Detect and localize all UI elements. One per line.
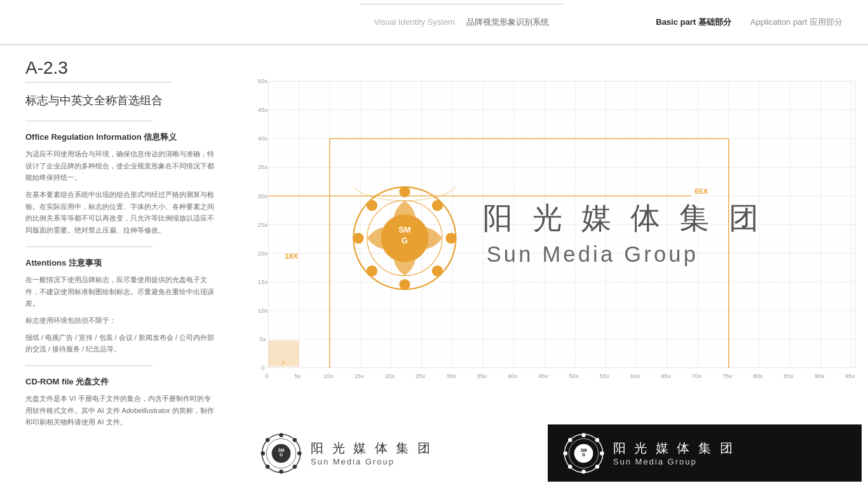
svg-text:SM: SM: [278, 447, 285, 452]
section2-p1: 在一般情况下使用品牌标志，应尽量使用提供的光盘电子文件，不建议使用标准制图绘制标…: [25, 274, 216, 309]
svg-text:0: 0: [261, 364, 264, 371]
section3-p1: 光盘文件是本 VI 手册电子文件的集合，内含手册制作时的专用软件格式文件。其中 …: [25, 393, 216, 428]
svg-point-104: [600, 451, 604, 456]
svg-text:Sun Media Group: Sun Media Group: [487, 242, 698, 266]
svg-text:25x: 25x: [416, 372, 426, 379]
svg-point-93: [279, 470, 283, 474]
svg-text:25x: 25x: [258, 221, 268, 228]
svg-text:60x: 60x: [630, 372, 641, 379]
logo-light-text: 阳 光 媒 体 集 团 Sun Media Group: [311, 440, 433, 466]
left-panel: A-2.3 标志与中英文全称首选组合 Office Regulation Inf…: [0, 45, 241, 488]
svg-text:80x: 80x: [753, 372, 763, 379]
svg-text:90x: 90x: [815, 372, 825, 379]
svg-text:30x: 30x: [446, 372, 456, 379]
svg-text:30x: 30x: [258, 193, 268, 200]
svg-point-75: [399, 279, 410, 290]
svg-point-77: [353, 233, 363, 243]
svg-text:95x: 95x: [845, 372, 855, 379]
section1-p1: 为适应不同使用场合与环境，确保信息传达的清晰与准确，特设计了企业品牌的多种组合，…: [25, 148, 216, 184]
bottom-logos: SM G 阳 光 媒 体 集 团 Sun Media Group: [248, 418, 862, 488]
svg-text:G: G: [280, 452, 283, 457]
svg-text:SM: SM: [398, 225, 410, 234]
divider-3: [25, 365, 153, 366]
svg-text:65x: 65x: [661, 372, 671, 379]
svg-point-92: [293, 464, 297, 469]
vi-label: Visual Identity System: [374, 17, 455, 27]
svg-point-108: [563, 451, 567, 456]
header-right: Basic part 基础部分 Application part 应用部分: [656, 17, 843, 28]
logo-light-en: Sun Media Group: [311, 457, 433, 466]
svg-text:50x: 50x: [569, 372, 579, 379]
svg-text:55x: 55x: [600, 372, 610, 379]
svg-point-74: [432, 266, 443, 276]
svg-text:45x: 45x: [258, 106, 268, 113]
svg-text:15x: 15x: [258, 278, 268, 285]
page-divider: [25, 82, 172, 83]
svg-text:35x: 35x: [258, 163, 268, 170]
logo-light-cn: 阳 光 媒 体 集 团: [311, 440, 433, 457]
svg-text:70x: 70x: [691, 372, 702, 379]
basic-part: Basic part 基础部分: [656, 17, 731, 28]
logo-dark-cn: 阳 光 媒 体 集 团: [613, 440, 735, 457]
svg-point-78: [367, 200, 377, 211]
svg-text:35x: 35x: [477, 372, 487, 379]
brand-cn: 品牌视觉形象识别系统: [466, 17, 549, 28]
svg-text:45x: 45x: [538, 372, 548, 379]
svg-text:15x: 15x: [354, 372, 364, 379]
grid-svg: 65X 18X 0 5x 10x 15x 20x: [248, 51, 862, 418]
svg-text:18X: 18X: [285, 252, 298, 261]
svg-text:40x: 40x: [258, 135, 268, 142]
svg-text:5x: 5x: [294, 372, 301, 379]
svg-point-107: [568, 464, 573, 469]
svg-point-103: [595, 438, 599, 442]
section2-p3: 报纸 / 电视广告 / 宣传 / 包装 / 会议 / 新闻发布会 / 公司内外部…: [25, 332, 216, 355]
svg-text:5x: 5x: [260, 336, 266, 342]
grid-area: 65X 18X 0 5x 10x 15x 20x: [248, 51, 862, 418]
svg-point-76: [367, 266, 377, 276]
section1-title: Office Regulation Information 信息释义: [25, 132, 216, 143]
logo-light: SM G 阳 光 媒 体 集 团 Sun Media Group: [248, 426, 510, 480]
svg-text:50x: 50x: [258, 78, 268, 85]
svg-text:20x: 20x: [258, 250, 268, 257]
svg-point-109: [568, 438, 573, 442]
svg-text:x: x: [282, 359, 285, 365]
svg-point-94: [266, 464, 270, 469]
svg-text:阳 光 媒 体 集 团: 阳 光 媒 体 集 团: [483, 201, 764, 234]
svg-point-105: [595, 464, 599, 469]
header: Visual Identity System 品牌视觉形象识别系统 Basic …: [0, 0, 868, 44]
section2-title: Attentions 注意事项: [25, 257, 216, 269]
svg-text:10x: 10x: [323, 372, 334, 379]
logo-dark: SM G 阳 光 媒 体 集 团 Sun Media Group: [548, 424, 862, 482]
app-part: Application part 应用部分: [750, 17, 843, 28]
svg-text:SM: SM: [580, 447, 587, 452]
section2-p2: 标志使用环境包括但不限于：: [25, 315, 216, 327]
logo-icon-dark: SM G: [563, 433, 604, 474]
svg-text:G: G: [402, 236, 408, 245]
svg-point-91: [297, 451, 302, 456]
svg-point-72: [432, 200, 443, 211]
svg-point-102: [581, 433, 586, 437]
divider-2: [25, 247, 153, 247]
svg-point-90: [293, 438, 297, 442]
main-content: A-2.3 标志与中英文全称首选组合 Office Regulation Inf…: [0, 45, 868, 488]
svg-text:65X: 65X: [695, 187, 708, 196]
page-code: A-2.3: [25, 58, 216, 78]
logo-dark-text: 阳 光 媒 体 集 团 Sun Media Group: [613, 440, 735, 466]
svg-point-106: [581, 470, 586, 474]
page-title: 标志与中英文全称首选组合: [25, 93, 216, 108]
svg-text:0: 0: [265, 372, 268, 379]
svg-text:40x: 40x: [508, 372, 518, 379]
svg-text:10x: 10x: [258, 307, 268, 314]
divider-1: [25, 121, 153, 121]
logo-dark-en: Sun Media Group: [613, 457, 735, 466]
right-panel: 65X 18X 0 5x 10x 15x 20x: [241, 45, 868, 488]
section1-p2: 在基本要素组合系统中出现的组合形式均经过严格的测算与检验。在实际应用中，标志的位…: [25, 189, 216, 236]
svg-point-95: [261, 451, 265, 456]
section3-title: CD-ROM file 光盘文件: [25, 376, 216, 388]
logo-icon-light: SM G: [261, 433, 302, 474]
svg-point-71: [399, 186, 410, 197]
svg-text:85x: 85x: [783, 372, 794, 379]
svg-text:20x: 20x: [384, 372, 395, 379]
svg-point-73: [445, 233, 456, 243]
svg-text:75x: 75x: [722, 372, 733, 379]
